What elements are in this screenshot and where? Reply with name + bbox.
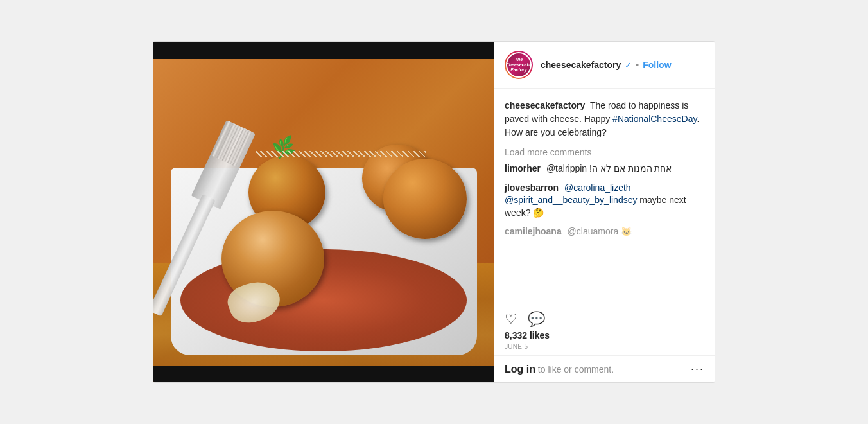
post-footer: Log in to like or comment. ··· <box>494 355 715 382</box>
follow-button[interactable]: Follow <box>643 60 671 70</box>
comments-section: limorher @talrippin !אחת המנות אם לא ה j… <box>494 163 715 306</box>
comment-3-text: @clauamora 🐱 <box>568 226 632 236</box>
post-date: JUNE 5 <box>494 343 715 355</box>
header-username[interactable]: cheesecakefactory <box>541 60 621 70</box>
parmesan-garnish <box>256 151 426 157</box>
dot-separator: • <box>636 60 639 70</box>
comment-3: camilejhoana @clauamora 🐱 <box>505 225 704 238</box>
comment-icon[interactable]: 💬 <box>528 311 545 328</box>
food-visual: 🌿 <box>153 42 494 382</box>
post-container: 🌿 The Cheesecake Factory cheesecakefacto… <box>153 41 715 383</box>
verified-icon: ✓ <box>625 60 632 70</box>
post-actions: ♡ 💬 <box>494 306 715 330</box>
comment-3-username[interactable]: camilejhoana <box>505 226 562 236</box>
load-more-comments[interactable]: Load more comments <box>494 145 715 163</box>
caption-hashtag[interactable]: #NationalCheeseDay <box>612 114 697 124</box>
header-info: cheesecakefactory ✓ • Follow <box>541 60 704 70</box>
comment-1-username[interactable]: limorher <box>505 163 541 173</box>
like-icon[interactable]: ♡ <box>505 311 517 328</box>
login-link[interactable]: Log in <box>505 364 535 375</box>
login-prompt: Log in to like or comment. <box>505 364 614 375</box>
avatar-inner: The Cheesecake Factory <box>506 52 532 78</box>
likes-count: 8,332 likes <box>494 330 715 343</box>
post-right-panel: The Cheesecake Factory cheesecakefactory… <box>494 42 715 382</box>
post-image: 🌿 <box>153 42 494 382</box>
avatar-wrapper[interactable]: The Cheesecake Factory <box>505 51 533 79</box>
avatar-logo: The Cheesecake Factory <box>507 53 530 76</box>
comment-2-username[interactable]: jlovesbarron <box>505 182 559 193</box>
post-header: The Cheesecake Factory cheesecakefactory… <box>494 42 715 89</box>
comment-2-mention2[interactable]: @spirit_and__beauty_by_lindsey <box>505 195 637 205</box>
more-options-button[interactable]: ··· <box>691 362 704 376</box>
comment-1: limorher @talrippin !אחת המנות אם לא ה <box>505 163 704 175</box>
login-text: to like or comment. <box>535 364 614 375</box>
comment-1-text: @talrippin !אחת המנות אם לא ה <box>546 163 672 173</box>
comment-2: jlovesbarron @carolina_lizeth @spirit_an… <box>505 182 704 220</box>
post-caption: cheesecakefactory The road to happiness … <box>494 89 715 145</box>
caption-username[interactable]: cheesecakefactory <box>505 100 585 110</box>
comment-2-mention1[interactable]: @carolina_lizeth <box>564 182 631 193</box>
